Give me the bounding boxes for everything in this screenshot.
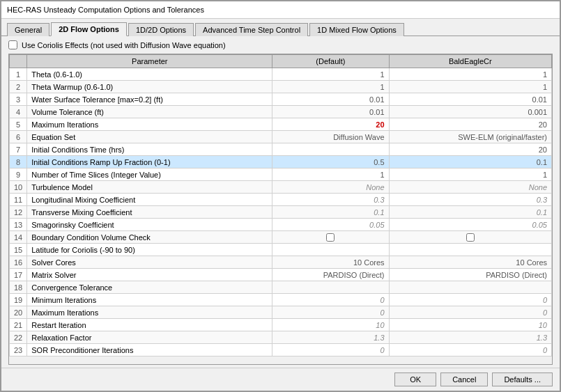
row-param: Maximum Iterations: [27, 118, 272, 131]
coriolis-row: Use Coriolis Effects (not used with Diff…: [1, 36, 560, 54]
row-default[interactable]: 0: [272, 344, 389, 356]
row-value[interactable]: 1: [389, 68, 551, 81]
row-num: 2: [10, 81, 27, 93]
row-default[interactable]: 10: [272, 319, 389, 331]
row-value[interactable]: 0.3: [389, 194, 551, 206]
row-default[interactable]: [272, 143, 389, 156]
row-default[interactable]: 0.01: [272, 93, 389, 106]
row-default[interactable]: 20: [272, 118, 389, 131]
row-value[interactable]: 1: [389, 81, 551, 93]
row-default[interactable]: Diffusion Wave: [272, 131, 389, 143]
row-value[interactable]: 0.1: [389, 206, 551, 219]
table-row: 11Longitudinal Mixing Coefficient0.30.3: [10, 194, 552, 206]
row-value[interactable]: [389, 244, 551, 256]
row-num: 20: [10, 306, 27, 319]
row-checkbox-value[interactable]: [466, 233, 475, 242]
row-num: 17: [10, 269, 27, 281]
table-row: 9Number of Time Slices (Integer Value)11: [10, 168, 552, 181]
row-value[interactable]: 0.1: [389, 156, 551, 168]
row-num: 16: [10, 256, 27, 269]
tab-advanced-time-step-control[interactable]: Advanced Time Step Control: [195, 23, 308, 36]
row-default[interactable]: 0.05: [272, 219, 389, 231]
row-value[interactable]: 10: [389, 319, 551, 331]
row-value[interactable]: 10 Cores: [389, 256, 551, 269]
row-num: 15: [10, 244, 27, 256]
table-row: 23SOR Preconditioner Iterations00: [10, 344, 552, 356]
row-default[interactable]: [272, 244, 389, 256]
table-row: 15Latitude for Coriolis (-90 to 90): [10, 244, 552, 256]
row-value[interactable]: 20: [389, 118, 551, 131]
row-param: Latitude for Coriolis (-90 to 90): [27, 244, 272, 256]
row-num: 10: [10, 181, 27, 194]
row-value[interactable]: PARDISO (Direct): [389, 269, 551, 281]
row-default[interactable]: [272, 281, 389, 294]
parameters-table: Parameter (Default) BaldEagleCr 1Theta (…: [9, 54, 552, 356]
row-param: Number of Time Slices (Integer Value): [27, 168, 272, 181]
table-row: 4Volume Tolerance (ft)0.010.001: [10, 106, 552, 118]
row-num: 22: [10, 331, 27, 344]
row-default[interactable]: 0.3: [272, 194, 389, 206]
table-row: 8Initial Conditions Ramp Up Fraction (0-…: [10, 156, 552, 168]
row-num: 5: [10, 118, 27, 131]
row-param: Matrix Solver: [27, 269, 272, 281]
row-default[interactable]: 1: [272, 168, 389, 181]
table-row: 7Initial Conditions Time (hrs)20: [10, 143, 552, 156]
row-num: 6: [10, 131, 27, 143]
row-default[interactable]: 1: [272, 68, 389, 81]
row-value[interactable]: 20: [389, 143, 551, 156]
main-window: HEC-RAS Unsteady Computation Options and…: [0, 0, 561, 392]
cancel-button[interactable]: Cancel: [440, 373, 488, 386]
tab-1d/2d-options[interactable]: 1D/2D Options: [128, 23, 194, 36]
row-value[interactable]: [389, 231, 551, 244]
row-default[interactable]: 1: [272, 81, 389, 93]
row-value[interactable]: 0.01: [389, 93, 551, 106]
row-value[interactable]: 1.3: [389, 331, 551, 344]
row-num: 7: [10, 143, 27, 156]
row-param: Restart Iteration: [27, 319, 272, 331]
tab-1d-mixed-flow-options[interactable]: 1D Mixed Flow Options: [309, 23, 404, 36]
row-param: Minimum Iterations: [27, 294, 272, 306]
row-param: SOR Preconditioner Iterations: [27, 344, 272, 356]
content-area: Parameter (Default) BaldEagleCr 1Theta (…: [1, 54, 560, 368]
row-default[interactable]: 0: [272, 306, 389, 319]
table-row: 19Minimum Iterations00: [10, 294, 552, 306]
table-container[interactable]: Parameter (Default) BaldEagleCr 1Theta (…: [8, 54, 553, 365]
row-num: 1: [10, 68, 27, 81]
row-default[interactable]: 1.3: [272, 331, 389, 344]
tab-2d-flow-options[interactable]: 2D Flow Options: [51, 22, 127, 36]
row-default[interactable]: 10 Cores: [272, 256, 389, 269]
row-default[interactable]: PARDISO (Direct): [272, 269, 389, 281]
row-value[interactable]: None: [389, 181, 551, 194]
table-row: 13Smagorinsky Coefficient0.050.05: [10, 219, 552, 231]
row-value[interactable]: [389, 281, 551, 294]
row-num: 3: [10, 93, 27, 106]
row-param: Water Surface Tolerance [max=0.2] (ft): [27, 93, 272, 106]
table-row: 5Maximum Iterations2020: [10, 118, 552, 131]
coriolis-checkbox[interactable]: [8, 40, 17, 49]
row-value[interactable]: 0: [389, 306, 551, 319]
row-value[interactable]: 0.001: [389, 106, 551, 118]
row-default[interactable]: 0.5: [272, 156, 389, 168]
ok-button[interactable]: OK: [394, 373, 436, 386]
row-param: Equation Set: [27, 131, 272, 143]
row-checkbox-default[interactable]: [326, 233, 335, 242]
coriolis-label: Use Coriolis Effects (not used with Diff…: [22, 41, 226, 49]
row-default[interactable]: None: [272, 181, 389, 194]
row-value[interactable]: 0.05: [389, 219, 551, 231]
footer: OK Cancel Defaults ...: [1, 368, 560, 391]
row-value[interactable]: SWE-ELM (original/faster): [389, 131, 551, 143]
row-param: Initial Conditions Time (hrs): [27, 143, 272, 156]
row-param: Theta (0.6-1.0): [27, 68, 272, 81]
row-value[interactable]: 0: [389, 294, 551, 306]
row-value[interactable]: 1: [389, 168, 551, 181]
row-default[interactable]: 0.1: [272, 206, 389, 219]
row-param: Maximum Iterations: [27, 306, 272, 319]
row-value[interactable]: 0: [389, 344, 551, 356]
tab-general[interactable]: General: [7, 23, 49, 36]
row-default[interactable]: 0: [272, 294, 389, 306]
row-default[interactable]: [272, 231, 389, 244]
table-row: 1Theta (0.6-1.0)11: [10, 68, 552, 81]
row-default[interactable]: 0.01: [272, 106, 389, 118]
row-param: Boundary Condition Volume Check: [27, 231, 272, 244]
defaults-button[interactable]: Defaults ...: [492, 373, 553, 386]
